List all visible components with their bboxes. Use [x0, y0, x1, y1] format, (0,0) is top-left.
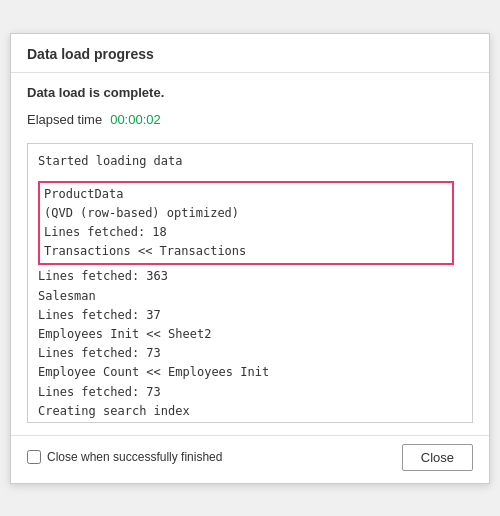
close-checkbox[interactable] [27, 450, 41, 464]
checkbox-row: Close when successfully finished [27, 450, 222, 464]
status-complete: Data load is complete. [27, 85, 473, 100]
dialog-body: Data load is complete. Elapsed time 00:0… [11, 73, 489, 435]
dialog-title: Data load progress [27, 46, 154, 62]
checkbox-label[interactable]: Close when successfully finished [47, 450, 222, 464]
log-started: Started loading data [38, 152, 462, 171]
data-load-dialog: Data load progress Data load is complete… [10, 33, 490, 484]
dialog-header: Data load progress [11, 34, 489, 73]
log-rest: Lines fetched: 363 Salesman Lines fetche… [38, 267, 462, 422]
log-highlighted: ProductData (QVD (row-based) optimized) … [38, 181, 454, 266]
elapsed-label: Elapsed time [27, 112, 102, 127]
elapsed-time: 00:00:02 [110, 112, 161, 127]
close-button[interactable]: Close [402, 444, 473, 471]
dialog-footer: Close when successfully finished Close [11, 435, 489, 483]
log-container[interactable]: Started loading data ProductData (QVD (r… [27, 143, 473, 423]
elapsed-row: Elapsed time 00:00:02 [27, 112, 473, 127]
